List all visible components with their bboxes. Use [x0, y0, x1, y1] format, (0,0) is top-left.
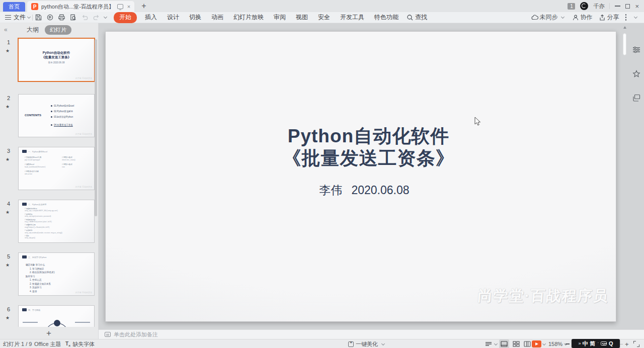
ime-keyboard-icon[interactable]	[601, 341, 607, 345]
fit-icon	[633, 341, 639, 347]
notes-lines-icon	[485, 340, 493, 347]
slide-thumbnail-2[interactable]: CONTENTS 01.Python操作Excel 02.Python发送邮件 …	[18, 94, 95, 137]
slide-thumbnail-1[interactable]: Python自动化软件《批量发送工资条》 李伟 2020.06.08 尚学堂·百…	[18, 38, 95, 81]
missing-font-indicator[interactable]: T× 缺失字体	[65, 339, 95, 348]
smart-design-icon[interactable]	[632, 69, 641, 78]
sync-button[interactable]: 未同步	[531, 13, 566, 22]
maximize-button[interactable]	[625, 4, 630, 9]
main-scrollbar[interactable]	[623, 33, 626, 55]
home-tab[interactable]: 首页	[3, 2, 25, 12]
export-icon[interactable]	[46, 14, 54, 21]
share-button[interactable]: 分享	[599, 13, 619, 22]
input-method-bar[interactable]: » 中 简 · Q	[572, 339, 620, 348]
thumb-watermark: 尚学堂·百战程序员	[75, 186, 92, 188]
document-tab[interactable]: P python自动...堂-百战程序员】 ×	[27, 1, 134, 12]
slide-number: 6	[7, 306, 10, 312]
scroll-up-arrow[interactable]	[623, 26, 626, 29]
print-icon[interactable]	[58, 14, 65, 21]
notes-toggle-button[interactable]	[485, 339, 497, 348]
slide-thumbnail-3[interactable]: 一、Python操作Excel # 安装操作Excel工具pip install…	[18, 147, 95, 190]
undo-icon[interactable]	[81, 14, 89, 21]
collapse-ribbon-chevron[interactable]	[634, 15, 637, 19]
thumb-watermark: 尚学堂·百战程序员	[75, 291, 92, 294]
tab-security[interactable]: 安全	[313, 13, 335, 22]
username[interactable]: 千亦	[593, 3, 604, 10]
slide-panel: « 大纲 幻灯片 1 ★ Python自动化软件《批量发送工资条》 李伟 202…	[0, 23, 99, 339]
collapse-panel-icon[interactable]: «	[4, 26, 8, 33]
normal-view-button[interactable]	[499, 339, 509, 348]
sync-label: 未同步	[540, 13, 558, 22]
collaborate-button[interactable]: 协作	[572, 13, 593, 22]
user-avatar[interactable]	[580, 2, 588, 10]
animation-star-icon: ★	[6, 263, 10, 268]
find-button[interactable]: 查找	[407, 13, 427, 22]
toolbar-more-chevron[interactable]	[104, 15, 107, 19]
collaborate-label: 协作	[581, 13, 593, 22]
start-slideshow-button[interactable]	[532, 339, 541, 348]
thumb1-title1: Python自动化软件	[43, 51, 70, 54]
file-menu[interactable]: 文件	[14, 13, 26, 22]
hamburger-menu-icon[interactable]	[5, 15, 11, 20]
thumb2-bullet: 03.如何学好Python	[51, 114, 74, 120]
save-button[interactable]	[35, 14, 42, 21]
slide-thumbnail-5[interactable]: 三、如何学习Python 确定对象 学习什么 1. 学习的知识 2. 模仿实操(…	[18, 252, 95, 296]
wps-presentation-window: 首页 P python自动...堂-百战程序员】 × + 1 千亦 × 文件	[0, 0, 644, 348]
tab-slideshow[interactable]: 幻灯片放映	[228, 13, 269, 22]
tab-transition[interactable]: 切换	[184, 13, 206, 22]
tab-review[interactable]: 审阅	[269, 13, 291, 22]
theme-name[interactable]: Office 主题	[34, 339, 61, 348]
slide-thumbnail-4[interactable]: 二、Python发送邮件 # 连接邮件服务器smtp_obj = smtplib…	[18, 200, 95, 243]
close-tab-icon[interactable]: ×	[127, 4, 130, 10]
tab-design[interactable]: 设计	[162, 13, 184, 22]
zoom-level[interactable]: 158%	[548, 339, 567, 348]
tab-view[interactable]: 视图	[291, 13, 313, 22]
add-slide-button[interactable]: +	[46, 329, 51, 337]
slide-subtitle[interactable]: 李伟2020.06.08	[113, 183, 616, 198]
ime-expand-icon[interactable]: »	[578, 341, 580, 346]
tab-animation[interactable]: 动画	[206, 13, 228, 22]
one-click-beautify-button[interactable]: 一键美化	[348, 339, 386, 348]
tab-devtools[interactable]: 开发工具	[335, 13, 369, 22]
ime-simplified-mode[interactable]: 简	[590, 340, 595, 347]
ime-language-mode[interactable]: 中	[582, 340, 588, 347]
notification-badge[interactable]: 1	[568, 3, 575, 10]
window-controls: 1 千亦 ×	[568, 2, 644, 10]
redo-icon[interactable]	[93, 14, 100, 21]
close-window-button[interactable]: ×	[635, 3, 639, 10]
slide-title-line2[interactable]: 《批量发送工资条》	[121, 146, 616, 171]
more-options-icon[interactable]	[625, 17, 627, 18]
tab-slides[interactable]: 幻灯片	[45, 25, 71, 35]
ime-search-icon[interactable]: Q	[609, 340, 613, 346]
tab-features[interactable]: 特色功能	[369, 13, 404, 22]
reading-view-button[interactable]	[523, 339, 531, 348]
thumb-watermark: 尚学堂·百战程序员	[75, 133, 92, 135]
notes-bar[interactable]: 单击此处添加备注	[99, 329, 644, 339]
layers-icon[interactable]	[632, 94, 641, 103]
print-preview-icon[interactable]	[69, 14, 77, 21]
properties-panel-icon[interactable]	[632, 45, 641, 54]
slide-sorter-view-button[interactable]	[512, 339, 520, 348]
ime-punctuation-mode[interactable]: ·	[597, 340, 599, 345]
thumb2-bullet: 04.批量发送工资条	[51, 122, 74, 128]
tab-outline[interactable]: 大纲	[27, 26, 39, 34]
sidebar-scrollbar[interactable]	[95, 39, 97, 216]
minimize-button[interactable]	[615, 6, 620, 7]
slideshow-options-chevron[interactable]	[543, 339, 545, 348]
slide-number: 3	[7, 148, 10, 154]
zoom-out-button[interactable]	[566, 339, 570, 348]
fit-to-window-button[interactable]	[633, 339, 639, 348]
chevron-down-icon[interactable]	[27, 15, 31, 19]
zoom-in-button[interactable]: +	[625, 339, 629, 348]
slide-number: 4	[7, 201, 10, 207]
new-tab-button[interactable]: +	[141, 2, 146, 10]
slide-title-line1[interactable]: Python自动化软件	[121, 124, 616, 149]
missing-font-icon: T×	[65, 341, 70, 347]
slide-sorter-icon	[512, 340, 520, 347]
presentation-mode-icon[interactable]	[117, 4, 123, 9]
thumb4-header: 二、Python发送邮件	[28, 203, 46, 206]
tab-insert[interactable]: 插入	[140, 13, 162, 22]
animation-star-icon: ★	[6, 157, 10, 162]
tab-start[interactable]: 开始	[114, 12, 137, 23]
slide-canvas[interactable]: Python自动化软件 《批量发送工资条》 李伟2020.06.08 尚学堂·百…	[105, 31, 616, 322]
share-label: 分享	[607, 13, 619, 22]
